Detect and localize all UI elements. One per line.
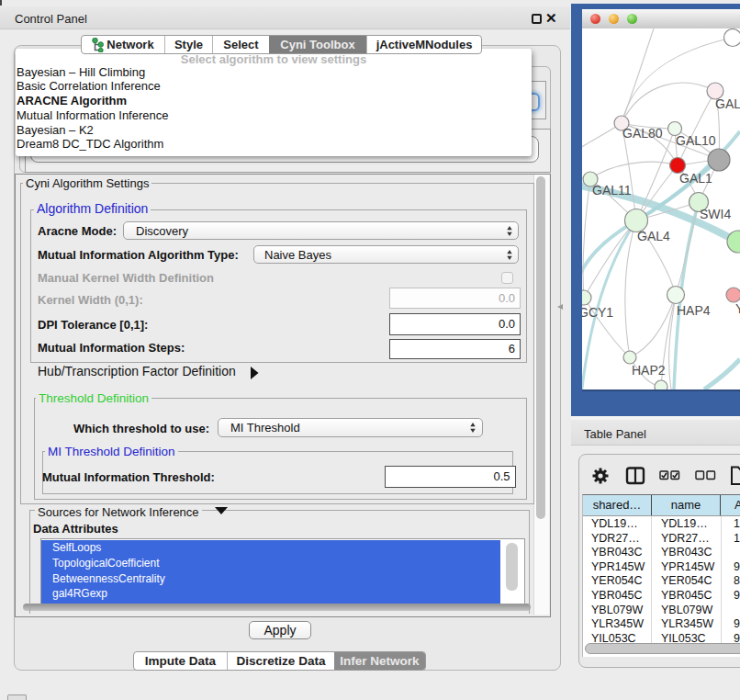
svg-text:GAL11: GAL11	[592, 183, 632, 198]
svg-text:SWI4: SWI4	[700, 207, 731, 221]
svg-text:GAL10: GAL10	[676, 133, 716, 148]
svg-text:GAL4: GAL4	[637, 229, 670, 243]
svg-text:GAL80: GAL80	[622, 126, 663, 141]
svg-text:GAL1: GAL1	[679, 171, 712, 186]
svg-text:GCY1: GCY1	[582, 305, 613, 320]
svg-text:HAP4: HAP4	[677, 303, 711, 318]
svg-text:HAP2: HAP2	[632, 363, 666, 378]
svg-text:GAL7: GAL7	[715, 96, 740, 111]
svg-text:Y: Y	[735, 301, 740, 316]
